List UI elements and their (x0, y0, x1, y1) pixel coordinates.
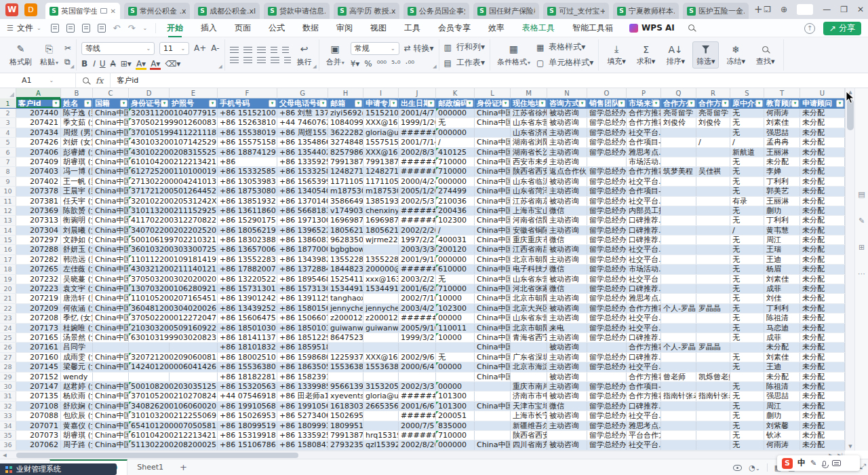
ime-toolbar[interactable]: S 中 ✎ (777, 455, 860, 471)
cell[interactable]: 留学总经办 (587, 226, 627, 235)
share-button[interactable]: ↗分享 (823, 22, 861, 35)
filter-dropdown-icon[interactable]: ▾ (209, 100, 216, 107)
cell[interactable]: 留学总经办 (587, 314, 627, 322)
cell[interactable]: 207135 (16, 392, 61, 400)
cell[interactable]: 何雨涛 (764, 440, 800, 449)
cell[interactable]: 200436 (436, 206, 475, 215)
wps-ai-button[interactable]: WPS AI (629, 23, 675, 33)
cell[interactable]: +86 1859518772 (277, 343, 328, 352)
fx-icon[interactable]: fx (96, 76, 103, 86)
new-tab-button[interactable]: + (754, 3, 763, 16)
filter-button[interactable]: 筛选▾ (692, 41, 719, 69)
cell[interactable]: z20001227 (363, 314, 399, 322)
cell[interactable]: guiwanwei (328, 324, 363, 332)
cell[interactable]: 32010220020531242X (129, 197, 170, 206)
cell[interactable]: +86 18501030 (218, 324, 277, 332)
row-number[interactable]: 36 (0, 440, 16, 449)
header-cell[interactable]: 原中介机▾ (730, 98, 764, 108)
cell[interactable]: 留学总经办 (587, 206, 627, 215)
cell[interactable] (730, 343, 764, 352)
decrease-decimal-button[interactable]: ·⁰⁰ (406, 59, 414, 69)
cell[interactable] (661, 284, 696, 293)
cell[interactable]: 被动咨询 (547, 118, 587, 127)
cell[interactable] (587, 373, 627, 381)
cell[interactable]: China中国 (93, 402, 129, 411)
cell[interactable]: +86 15319918 (218, 431, 277, 440)
cell[interactable]: +86 52734062 (277, 411, 328, 420)
cell[interactable]: XXX@163. (363, 118, 399, 127)
cell[interactable]: 360103200303300725 (129, 245, 170, 254)
cell[interactable]: +86 13611860 (218, 206, 277, 215)
file-tab[interactable]: S贷款申请信息.xlsx (264, 3, 330, 19)
cell[interactable]: xxx@163.cc (363, 275, 399, 284)
cell[interactable]: China中国 (93, 197, 129, 206)
cell[interactable]: 1997/2/21 (399, 235, 436, 244)
file-tab[interactable]: S可过_支付宝+_滴滴 (543, 3, 609, 19)
cell[interactable]: China中国 (475, 304, 511, 313)
formula-input[interactable]: 客户id (111, 75, 138, 86)
cell[interactable] (696, 216, 730, 225)
cell[interactable]: 北京大兴区 (511, 304, 547, 313)
cell[interactable]: 000000 (436, 255, 475, 264)
cell[interactable]: 271302200004241013 (129, 177, 170, 186)
cell[interactable]: 2000/6/4 (399, 362, 436, 371)
header-cell[interactable]: 现住地址▾ (511, 98, 547, 108)
header-cell[interactable]: 国籍▾ (93, 98, 129, 108)
align-top-icon[interactable] (230, 47, 239, 53)
cell[interactable]: 微信 (547, 265, 587, 273)
cell[interactable]: +86 1335925706 (277, 431, 328, 440)
file-tab[interactable]: S常州公积金 .xlsx (124, 3, 190, 19)
cell[interactable]: 370105199411221118 (129, 128, 170, 137)
cell[interactable]: 无 (730, 235, 764, 244)
cell[interactable]: 654101200007050581 (129, 421, 170, 430)
cell[interactable]: 1999/1/26 (399, 118, 436, 127)
cell[interactable]: 2003/3/30 (399, 245, 436, 254)
cell[interactable]: 北京市海淀 (511, 362, 547, 371)
cell[interactable]: 何依涵 (女 (61, 304, 93, 313)
cell[interactable] (170, 373, 218, 381)
cell[interactable] (93, 373, 129, 381)
column-header-U[interactable]: U (800, 88, 845, 98)
cell[interactable]: 成雨雯 (女 (61, 353, 93, 362)
panel-more-icon[interactable]: ⋯ (858, 269, 865, 278)
maximize-button[interactable]: ❐ (840, 5, 848, 14)
cell[interactable]: 102300 (436, 304, 475, 313)
cell[interactable]: 610104200212213421 (129, 157, 170, 166)
cell[interactable]: 未分配 (800, 294, 845, 303)
cell[interactable]: 370105200210270824 (129, 392, 170, 400)
cell[interactable]: China中国 (93, 431, 129, 440)
scroll-down-icon[interactable]: ▼ (846, 442, 855, 451)
cell[interactable]: 留学总经办 (587, 402, 627, 411)
cell[interactable]: 上海市宝山 (511, 206, 547, 215)
cell[interactable]: m1875308 (363, 187, 399, 195)
cell[interactable]: 无 (730, 333, 764, 342)
cell[interactable]: 未分配 (800, 284, 845, 293)
cell[interactable]: 207208 (16, 314, 61, 322)
cell[interactable]: 亮哥留学 (661, 109, 696, 117)
cell[interactable]: 207409 (16, 157, 61, 166)
cell[interactable]: 被动咨询 (547, 245, 587, 254)
justify-icon[interactable] (271, 57, 279, 63)
header-cell[interactable]: 合作方公▾ (661, 98, 696, 108)
cell[interactable]: ######## (399, 128, 436, 137)
cell[interactable]: 孟冉冉 (764, 138, 800, 147)
cell[interactable]: 207288 (16, 245, 61, 254)
cell[interactable] (696, 265, 730, 273)
cell[interactable] (661, 128, 696, 137)
cell[interactable]: 社交平台./ (627, 362, 661, 371)
cell[interactable]: 799138782 (328, 431, 363, 440)
cell[interactable]: 未分配 (800, 353, 845, 362)
cell[interactable]: +86 15536380 (218, 362, 277, 371)
cell[interactable] (661, 402, 696, 411)
cell[interactable]: 124827175 (363, 167, 399, 176)
cell[interactable]: 610000 (436, 265, 475, 273)
cell[interactable]: 未分配 (800, 206, 845, 215)
cell[interactable]: 江苏省南京 (511, 197, 547, 206)
cell[interactable] (661, 275, 696, 284)
cell[interactable]: z20001227 (328, 314, 363, 322)
cell[interactable]: 2002/3/3 (399, 382, 436, 391)
cell[interactable]: 无 (730, 431, 764, 440)
cell[interactable]: 周子路 (女 (61, 440, 93, 449)
cell[interactable]: 00000 (436, 382, 475, 391)
cell[interactable]: 北京市朝阳 (511, 255, 547, 264)
